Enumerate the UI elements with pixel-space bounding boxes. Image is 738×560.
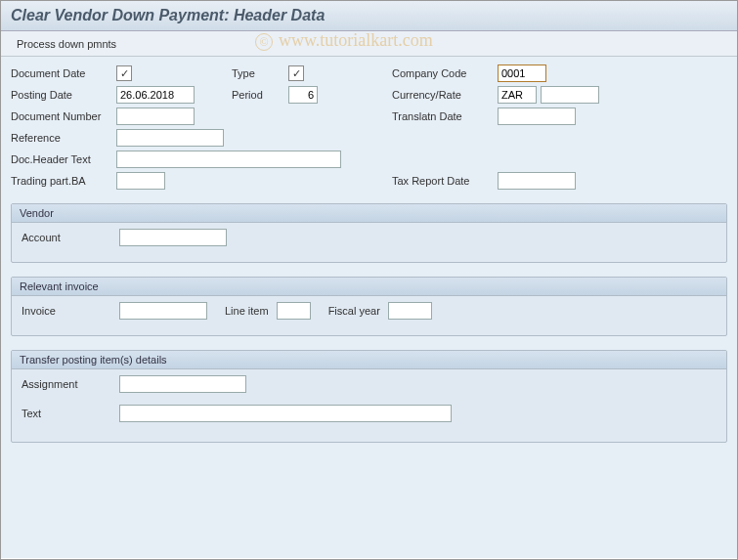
transfer-text-label: Text xyxy=(22,408,111,419)
reference-input[interactable] xyxy=(116,129,224,147)
doc-header-text-input[interactable] xyxy=(116,151,341,168)
currency-input[interactable] xyxy=(498,86,537,104)
rate-input[interactable] xyxy=(541,86,599,104)
trading-part-ba-label: Trading part.BA xyxy=(11,175,109,187)
currency-rate-label: Currency/Rate xyxy=(392,89,490,101)
main-form-area: Document Date ✓ Type ✓ Company Code Post… xyxy=(1,57,737,558)
assignment-input[interactable] xyxy=(119,375,246,393)
assignment-label: Assignment xyxy=(22,378,111,390)
reference-label: Reference xyxy=(11,132,109,144)
vendor-account-input[interactable] xyxy=(119,229,227,246)
document-number-label: Document Number xyxy=(11,110,109,122)
document-number-input[interactable] xyxy=(116,108,195,125)
relevant-invoice-header: Relevant invoice xyxy=(12,278,726,296)
translatn-date-label: Translatn Date xyxy=(392,110,490,122)
page-title: Clear Vendor Down Payment: Header Data xyxy=(11,7,727,24)
period-label: Period xyxy=(232,89,281,101)
fiscal-year-label: Fiscal year xyxy=(328,305,380,317)
company-code-label: Company Code xyxy=(392,67,490,79)
document-date-label: Document Date xyxy=(11,67,109,79)
tax-report-date-label: Tax Report Date xyxy=(392,175,490,187)
period-input[interactable] xyxy=(288,86,318,104)
title-bar: Clear Vendor Down Payment: Header Data xyxy=(1,1,737,31)
vendor-account-label: Account xyxy=(22,232,111,243)
process-down-pmnts-button[interactable]: Process down pmnts xyxy=(11,36,122,52)
transfer-posting-group: Transfer posting item(s) details Assignm… xyxy=(11,350,727,443)
invoice-input[interactable] xyxy=(119,302,207,320)
relevant-invoice-group: Relevant invoice Invoice Line item Fisca… xyxy=(11,277,727,336)
app-window: Clear Vendor Down Payment: Header Data P… xyxy=(0,0,738,560)
header-form-grid: Document Date ✓ Type ✓ Company Code Post… xyxy=(11,65,727,190)
line-item-input[interactable] xyxy=(277,302,311,320)
invoice-label: Invoice xyxy=(22,305,111,317)
transfer-posting-header: Transfer posting item(s) details xyxy=(12,351,726,369)
tax-report-date-input[interactable] xyxy=(498,172,576,190)
company-code-input[interactable] xyxy=(498,65,546,82)
vendor-group-header: Vendor xyxy=(12,204,726,223)
vendor-group: Vendor Account xyxy=(11,203,727,263)
type-label: Type xyxy=(232,67,281,79)
toolbar: Process down pmnts xyxy=(1,31,737,57)
document-date-checkbox[interactable]: ✓ xyxy=(116,65,132,81)
translatn-date-input[interactable] xyxy=(498,108,576,125)
doc-header-text-label: Doc.Header Text xyxy=(11,153,109,165)
line-item-label: Line item xyxy=(225,305,269,317)
fiscal-year-input[interactable] xyxy=(388,302,432,320)
type-checkbox[interactable]: ✓ xyxy=(288,65,304,81)
trading-part-ba-input[interactable] xyxy=(116,172,165,190)
transfer-text-input[interactable] xyxy=(119,405,452,422)
posting-date-input[interactable] xyxy=(116,86,195,104)
posting-date-label: Posting Date xyxy=(11,89,109,101)
